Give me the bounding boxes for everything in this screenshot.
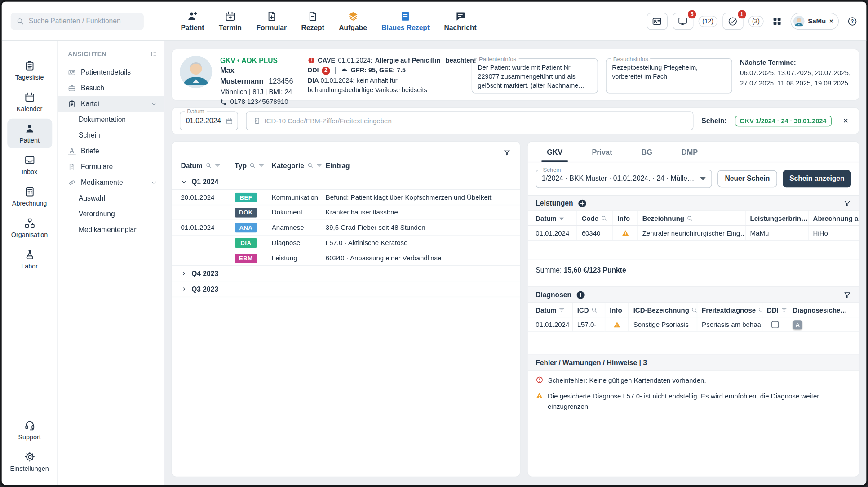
sidebar-item-abrechnung[interactable]: Abrechnung <box>7 182 52 211</box>
blue-prescription-button[interactable]: Blaues Rezept <box>375 8 436 34</box>
calendar-icon[interactable] <box>226 117 233 125</box>
search-icon[interactable] <box>686 215 693 222</box>
new-prescription-button[interactable]: Rezept <box>295 8 331 34</box>
tab-privat[interactable]: Privat <box>577 142 627 162</box>
neuer-schein-button[interactable]: Neuer Schein <box>717 170 777 187</box>
add-diagnose-button[interactable] <box>576 290 585 299</box>
column-icd[interactable]: ICD <box>573 303 605 317</box>
sidebar-item-organisation[interactable]: Organisation <box>7 213 52 243</box>
sidebar-item-kalender[interactable]: Kalender <box>7 87 52 117</box>
ddi-checkbox[interactable] <box>771 321 779 328</box>
kartei-group-q4-2023[interactable]: Q4 2023 <box>172 266 520 281</box>
search-icon[interactable] <box>758 307 762 313</box>
global-search[interactable] <box>11 13 144 29</box>
new-message-button[interactable]: Nachricht <box>438 8 483 34</box>
kartei-row[interactable]: EBM Leistung 60340 · Anpassung einer Ver… <box>172 250 520 266</box>
close-filter-bar-button[interactable]: × <box>840 115 851 126</box>
sidebar-item-tagesliste[interactable]: Tagesliste <box>7 56 52 85</box>
ddi-count-badge[interactable]: 2 <box>322 67 330 74</box>
kartei-group-q3-2023[interactable]: Q3 2023 <box>172 281 520 297</box>
column-ddi[interactable]: DDI <box>762 303 788 317</box>
sort-icon[interactable] <box>559 215 565 222</box>
column-freitextdiagnose[interactable]: Freitextdiagnose <box>697 303 762 317</box>
schein-select[interactable]: Schein 1/2024 · BKK Muster · 01.01.2024.… <box>536 170 712 188</box>
column-eintrag[interactable]: Eintrag <box>326 161 520 169</box>
user-close-icon[interactable]: × <box>829 17 833 25</box>
view-item-schein[interactable]: Schein <box>58 128 164 143</box>
view-item-briefe[interactable]: A Briefe <box>58 143 164 159</box>
kartei-row[interactable]: 01.01.2024 ANA Anamnese 39,5 Grad Fieber… <box>172 220 520 236</box>
view-item-dokumentation[interactable]: Dokumentation <box>58 112 164 128</box>
view-item-patientendetails[interactable]: Patientendetails <box>58 65 164 80</box>
sidebar-item-inbox[interactable]: Inbox <box>7 150 52 180</box>
devices-count-chip[interactable]: (12) <box>699 15 717 27</box>
search-icon[interactable] <box>249 162 256 169</box>
filter-funnel-icon[interactable] <box>843 199 851 207</box>
column-code[interactable]: Code <box>577 211 613 225</box>
sidebar-item-labor[interactable]: Labor <box>7 245 52 274</box>
devices-button[interactable]: 5 <box>673 13 693 29</box>
column-icd-bezeichnung[interactable]: ICD-Bezeichnung <box>629 303 697 317</box>
icd-input[interactable] <box>265 117 688 125</box>
view-item-kartei[interactable]: Kartei <box>58 96 164 112</box>
tasks-done-button[interactable]: 1 <box>722 13 743 29</box>
diagnosesicherheit-badge[interactable]: A <box>793 320 802 329</box>
column-leistungserbringer[interactable]: Leistungserbrin… <box>746 211 809 225</box>
new-form-button[interactable]: Formular <box>249 8 293 34</box>
tab-gkv[interactable]: GKV <box>532 142 577 162</box>
column-datum[interactable]: Datum <box>181 161 235 169</box>
user-chip[interactable]: SaMu × <box>791 13 839 29</box>
new-patient-button[interactable]: Patient <box>174 8 211 34</box>
search-input[interactable] <box>29 17 138 25</box>
column-datum[interactable]: Datum <box>528 303 573 317</box>
tab-dmp[interactable]: DMP <box>667 142 712 162</box>
leistung-row[interactable]: 01.01.2024 60340 Zentraler neurichirurgi… <box>528 226 859 240</box>
column-bezeichnung[interactable]: Bezeichnung <box>638 211 746 225</box>
column-datum[interactable]: Datum <box>528 211 577 225</box>
view-item-besuch[interactable]: Besuch <box>58 80 164 96</box>
card-reader-button[interactable] <box>647 13 668 29</box>
search-icon[interactable] <box>601 215 607 222</box>
sort-icon[interactable] <box>781 307 787 313</box>
view-item-formulare[interactable]: Formulare <box>58 159 164 175</box>
column-diagnosesicherheit[interactable]: Diagnosesiche… <box>788 303 859 317</box>
view-item-verordnung[interactable]: Verordnung <box>58 206 164 222</box>
search-icon[interactable] <box>307 162 313 169</box>
schein-anzeigen-button[interactable]: Schein anzeigen <box>783 170 851 187</box>
new-appointment-button[interactable]: Termin <box>212 8 248 34</box>
column-abrechnung[interactable]: Abrechnung au… <box>809 211 859 225</box>
column-kategorie[interactable]: Kategorie <box>272 161 326 169</box>
kartei-row[interactable]: DIA Diagnose L57.0 · Aktinische Keratose <box>172 236 520 251</box>
tasks-count-chip[interactable]: (3) <box>748 15 763 27</box>
help-button[interactable]: ? <box>847 16 857 26</box>
kartei-row[interactable]: DOK Dokument Krankenhausentlassbrief <box>172 205 520 220</box>
kartei-group-q1-2024[interactable]: Q1 2024 <box>172 174 520 190</box>
panel-collapse-icon[interactable] <box>149 50 157 58</box>
view-item-auswahl[interactable]: Auswahl <box>58 191 164 206</box>
close-patient-header-button[interactable]: × <box>863 56 868 67</box>
apps-grid-button[interactable] <box>769 13 785 29</box>
column-info[interactable]: Info <box>613 211 638 225</box>
filter-funnel-icon[interactable] <box>503 148 511 156</box>
sidebar-item-support[interactable]: Support <box>7 416 52 445</box>
active-schein-chip[interactable]: GKV 1/2024 · 24 · 30.01.2024 <box>735 116 831 126</box>
filter-funnel-icon[interactable] <box>843 291 851 299</box>
tab-bg[interactable]: BG <box>627 142 667 162</box>
date-field[interactable]: Datum 01.02.2024 <box>180 111 238 130</box>
search-icon[interactable] <box>591 307 598 313</box>
column-typ[interactable]: Typ <box>235 161 271 169</box>
column-info[interactable]: Info <box>605 303 629 317</box>
sort-icon[interactable] <box>214 162 221 169</box>
diagnose-row[interactable]: 01.01.2024 L57.0- Sonstige Psoriasis Pso… <box>528 317 859 332</box>
new-task-button[interactable]: Aufgabe <box>332 8 373 34</box>
sidebar-item-patient[interactable]: Patient <box>7 119 52 148</box>
search-icon[interactable] <box>691 307 697 313</box>
search-icon[interactable] <box>205 162 212 169</box>
sort-icon[interactable] <box>316 162 322 169</box>
warning-icon[interactable] <box>621 229 629 237</box>
add-leistung-button[interactable] <box>578 199 587 208</box>
patient-phone[interactable]: 0178 12345678910 <box>220 97 300 107</box>
sidebar-item-einstellungen[interactable]: Einstellungen <box>7 447 52 477</box>
icd-input-field[interactable] <box>246 111 694 130</box>
sort-icon[interactable] <box>258 162 265 169</box>
